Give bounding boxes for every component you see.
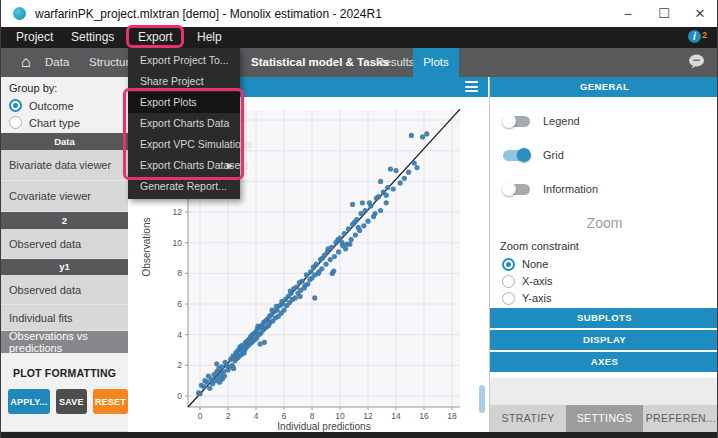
sidebar-header-2: 2 <box>1 212 128 229</box>
main-tab-bar: ⌂ Data Structural model Statistical mode… <box>1 48 717 77</box>
app-icon <box>13 7 26 20</box>
settings-panel: GENERAL Legend Grid Information Zoom Zoo… <box>489 77 718 432</box>
group-by-label: Group by: <box>9 82 128 94</box>
subplots-section-header[interactable]: SUBPLOTS <box>490 308 718 328</box>
svg-text:8: 8 <box>177 268 182 278</box>
group-by-outcome[interactable]: Outcome <box>9 97 128 114</box>
app-window: warfarinPK_project.mlxtran [demo] - Mono… <box>0 0 718 438</box>
plot-menu-icon[interactable] <box>465 81 478 92</box>
menu-bar: Project Settings Export Help i 2 <box>1 27 717 48</box>
apply-button[interactable]: APPLY... <box>8 389 50 414</box>
panel-footer-spacer <box>490 378 718 405</box>
radio-chart-type-icon <box>9 116 22 129</box>
panel-scrollbar[interactable] <box>479 385 485 413</box>
zoom-constraint-label: Zoom constraint <box>500 240 718 252</box>
tab-data[interactable]: Data <box>45 48 69 77</box>
chat-bubble-icon[interactable] <box>688 54 705 73</box>
sidebar-item-individual-fits[interactable]: Individual fits <box>1 305 128 331</box>
plot-formatting-title: PLOT FORMATTING <box>1 367 128 379</box>
svg-text:2: 2 <box>226 411 231 421</box>
svg-text:16: 16 <box>419 411 429 421</box>
svg-text:Observations: Observations <box>141 218 152 277</box>
window-bottom-edge <box>1 432 717 438</box>
menu-export[interactable]: Export <box>138 27 173 48</box>
radio-outcome-icon <box>9 99 22 112</box>
grid-toggle-row: Grid <box>503 145 718 165</box>
menu-item-share-project[interactable]: Share Project <box>128 71 240 92</box>
sidebar-item-observed-data-y1[interactable]: Observed data <box>1 275 128 305</box>
menu-item-export-charts-datasets[interactable]: Export Charts Datasets ▶ <box>128 155 240 176</box>
sidebar-item-observed-data-2[interactable]: Observed data <box>1 229 128 259</box>
svg-text:6: 6 <box>282 411 287 421</box>
minimize-button[interactable]: – <box>621 0 635 27</box>
menu-item-generate-report[interactable]: Generate Report... <box>128 176 240 197</box>
reset-button[interactable]: RESET <box>93 389 128 414</box>
home-icon[interactable]: ⌂ <box>21 48 31 77</box>
menu-project[interactable]: Project <box>16 27 53 48</box>
svg-text:4: 4 <box>177 330 182 340</box>
sidebar-header-data: Data <box>1 133 128 150</box>
window-title: warfarinPK_project.mlxtran [demo] - Mono… <box>35 7 382 21</box>
menu-settings[interactable]: Settings <box>71 27 114 48</box>
svg-text:12: 12 <box>173 207 183 217</box>
zoom-constraint-y-axis[interactable]: Y-axis <box>502 290 718 306</box>
svg-text:4: 4 <box>254 411 259 421</box>
submenu-arrow-icon: ▶ <box>227 155 233 176</box>
zoom-section-title: Zoom <box>490 215 718 231</box>
svg-text:0: 0 <box>198 411 203 421</box>
svg-text:8: 8 <box>310 411 315 421</box>
tab-statistical[interactable]: Statistical model & Tasks <box>251 48 389 77</box>
zoom-constraint-x-axis[interactable]: X-axis <box>502 273 718 289</box>
panel-footer-tabs: STRATIFY SETTINGS PREFEREN... <box>490 405 718 432</box>
grid-toggle[interactable] <box>503 150 530 161</box>
information-toggle-row: Information <box>503 179 718 199</box>
info-icon: i <box>688 30 701 43</box>
display-section-header[interactable]: DISPLAY <box>490 330 718 350</box>
plot-formatting-block: PLOT FORMATTING APPLY... SAVE RESET <box>1 353 128 431</box>
plots-sidebar: Group by: Outcome Chart type Data Bivari… <box>1 77 128 432</box>
axes-section-header[interactable]: AXES <box>490 352 718 372</box>
svg-text:0: 0 <box>177 391 182 401</box>
tab-preferences[interactable]: PREFEREN... <box>643 405 718 432</box>
radio-x-axis-icon <box>502 275 515 288</box>
svg-text:18: 18 <box>447 411 457 421</box>
save-button[interactable]: SAVE <box>56 389 87 414</box>
svg-text:14: 14 <box>391 411 401 421</box>
menu-help[interactable]: Help <box>197 27 222 48</box>
svg-text:12: 12 <box>363 411 373 421</box>
menu-item-export-plots[interactable]: Export Plots <box>128 92 240 113</box>
menu-item-export-vpc-simulations[interactable]: Export VPC Simulations <box>128 134 240 155</box>
tab-stratify[interactable]: STRATIFY <box>490 405 566 432</box>
group-by-block: Group by: Outcome Chart type <box>1 77 128 133</box>
menu-item-export-charts-data[interactable]: Export Charts Data <box>128 113 240 134</box>
sidebar-header-y1: y1 <box>1 259 128 275</box>
svg-text:10: 10 <box>335 411 345 421</box>
general-section-header[interactable]: GENERAL <box>490 77 718 97</box>
export-dropdown-menu: Export Project To... Share Project Expor… <box>128 48 240 199</box>
info-badge[interactable]: i 2 <box>688 30 707 43</box>
legend-toggle[interactable] <box>503 116 530 127</box>
radio-none-icon <box>502 258 515 271</box>
legend-toggle-row: Legend <box>503 111 718 131</box>
close-button[interactable]: ✕ <box>693 0 707 27</box>
radio-y-axis-icon <box>502 292 515 305</box>
tab-settings[interactable]: SETTINGS <box>566 405 642 432</box>
title-bar: warfarinPK_project.mlxtran [demo] - Mono… <box>1 0 717 27</box>
sidebar-item-bivariate-data-viewer[interactable]: Bivariate data viewer <box>1 150 128 181</box>
info-count: 2 <box>702 30 707 40</box>
zoom-constraint-none[interactable]: None <box>502 256 718 272</box>
svg-text:10: 10 <box>173 238 183 248</box>
maximize-button[interactable]: ☐ <box>657 0 671 27</box>
sidebar-item-obs-vs-predictions[interactable]: Observations vs predictions <box>1 331 128 353</box>
svg-text:6: 6 <box>177 299 182 309</box>
sidebar-item-covariate-viewer[interactable]: Covariate viewer <box>1 181 128 212</box>
information-toggle[interactable] <box>503 184 530 195</box>
tab-plots[interactable]: Plots <box>413 48 459 77</box>
svg-text:2: 2 <box>177 360 182 370</box>
menu-item-export-project-to[interactable]: Export Project To... <box>128 50 240 71</box>
svg-text:Individual predictions: Individual predictions <box>277 421 370 432</box>
tab-results[interactable]: Results <box>376 48 414 77</box>
group-by-chart-type[interactable]: Chart type <box>9 114 128 131</box>
